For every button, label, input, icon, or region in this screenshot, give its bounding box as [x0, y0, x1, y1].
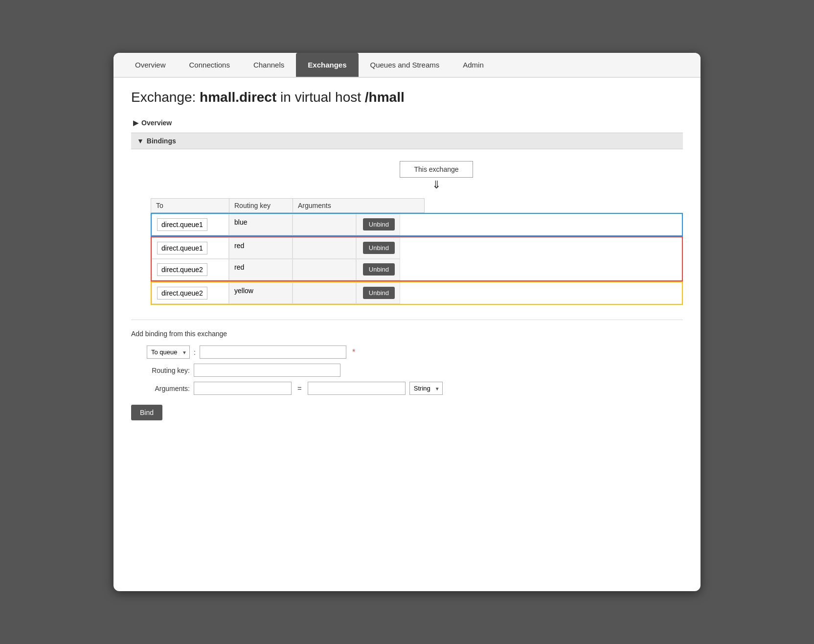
unbind-cell: Unbind	[356, 282, 400, 304]
routing-key-cell: blue	[229, 214, 293, 235]
queue-cell: direct.queue1	[152, 237, 229, 259]
table-row: direct.queue2 red Unbind	[152, 259, 426, 280]
exchange-box-label: This exchange	[414, 165, 458, 173]
main-window: Overview Connections Channels Exchanges …	[113, 53, 701, 591]
binding-table-blue: direct.queue1 blue Unbind	[152, 214, 426, 235]
to-queue-input[interactable]	[200, 345, 346, 359]
binding-group-blue: direct.queue1 blue Unbind	[151, 213, 683, 236]
bindings-section: ▼ Bindings This exchange ⇓ To Routing ke…	[131, 133, 683, 305]
queue-label: direct.queue2	[157, 287, 207, 299]
binding-group-yellow: direct.queue2 yellow Unbind	[151, 281, 683, 305]
table-row: direct.queue2 yellow Unbind	[152, 282, 426, 304]
routing-key-input[interactable]	[194, 364, 340, 377]
nav-queues-streams[interactable]: Queues and Streams	[359, 53, 452, 77]
nav-admin[interactable]: Admin	[451, 53, 496, 77]
binding-group-red: direct.queue1 red Unbind direct.q	[151, 236, 683, 281]
bindings-table-area: To Routing key Arguments direct.queue1	[131, 198, 683, 305]
exchange-box: This exchange	[400, 161, 473, 178]
overview-section: ▶ Overview	[131, 115, 683, 131]
routing-key-label: Routing key:	[131, 367, 190, 374]
queue-label: direct.queue2	[157, 263, 207, 276]
nav-exchanges[interactable]: Exchanges	[296, 53, 358, 77]
col-arguments: Arguments	[293, 199, 425, 213]
unbind-button[interactable]: Unbind	[363, 218, 395, 230]
arguments-cell	[293, 237, 356, 259]
queue-cell: direct.queue2	[152, 282, 229, 304]
routing-key-row: Routing key:	[131, 364, 683, 377]
arguments-label: Arguments:	[131, 385, 190, 392]
arguments-value-input[interactable]	[308, 382, 406, 395]
arguments-cell	[293, 282, 356, 304]
table-row: direct.queue1 blue Unbind	[152, 214, 426, 235]
unbind-cell: Unbind	[356, 237, 400, 259]
unbind-cell: Unbind	[356, 259, 400, 280]
nav-channels[interactable]: Channels	[242, 53, 296, 77]
arguments-cell	[293, 259, 356, 280]
exchange-diagram: This exchange ⇓	[190, 161, 683, 190]
queue-cell: direct.queue2	[152, 259, 229, 280]
page-title: Exchange: hmall.direct in virtual host /…	[131, 90, 683, 105]
navigation: Overview Connections Channels Exchanges …	[113, 53, 701, 78]
vhost-name: /hmall	[365, 90, 405, 105]
title-middle: in virtual host	[276, 90, 365, 105]
overview-header[interactable]: ▶ Overview	[131, 115, 683, 131]
eq-sign: =	[297, 384, 302, 392]
string-type-select[interactable]: String	[409, 382, 443, 395]
binding-table-red: direct.queue1 red Unbind direct.q	[152, 237, 426, 280]
to-queue-row: To queue ▼ : *	[131, 345, 683, 359]
nav-overview[interactable]: Overview	[123, 53, 178, 77]
unbind-button[interactable]: Unbind	[363, 263, 395, 276]
col-to: To	[151, 199, 229, 213]
add-binding-title: Add binding from this exchange	[131, 330, 683, 338]
routing-key-cell: red	[229, 259, 293, 280]
queue-label: direct.queue1	[157, 242, 207, 254]
bindings-arrow-icon: ▼	[137, 137, 144, 145]
bind-button[interactable]: Bind	[131, 405, 162, 420]
col-routing-key: Routing key	[229, 199, 293, 213]
nav-connections[interactable]: Connections	[178, 53, 242, 77]
arguments-key-input[interactable]	[194, 382, 292, 395]
unbind-button[interactable]: Unbind	[363, 287, 395, 299]
string-type-select-wrapper: String ▼	[409, 382, 443, 395]
table-header: To Routing key Arguments	[151, 199, 425, 213]
required-star: *	[352, 348, 355, 357]
arguments-row: Arguments: = String ▼	[131, 382, 683, 395]
to-queue-label-container: To queue ▼	[131, 345, 190, 359]
bindings-label: Bindings	[147, 137, 176, 145]
overview-arrow-icon: ▶	[133, 119, 138, 127]
add-binding-section: Add binding from this exchange To queue …	[131, 320, 683, 420]
routing-key-cell: red	[229, 237, 293, 259]
bindings-table: To Routing key Arguments	[151, 198, 425, 213]
title-prefix: Exchange:	[131, 90, 200, 105]
exchange-name: hmall.direct	[200, 90, 276, 105]
page-content: Exchange: hmall.direct in virtual host /…	[113, 78, 701, 432]
routing-key-cell: yellow	[229, 282, 293, 304]
unbind-cell: Unbind	[356, 214, 400, 235]
unbind-button[interactable]: Unbind	[363, 242, 395, 254]
queue-cell: direct.queue1	[152, 214, 229, 235]
colon-label: :	[194, 348, 196, 356]
to-queue-select[interactable]: To queue	[147, 345, 190, 359]
table-row: direct.queue1 red Unbind	[152, 237, 426, 259]
overview-label: Overview	[141, 119, 172, 127]
bindings-header[interactable]: ▼ Bindings	[131, 133, 683, 149]
binding-table-yellow: direct.queue2 yellow Unbind	[152, 282, 426, 304]
to-queue-select-wrapper: To queue ▼	[147, 345, 190, 359]
queue-label: direct.queue1	[157, 218, 207, 231]
arguments-cell	[293, 214, 356, 235]
down-arrow-icon: ⇓	[432, 180, 441, 190]
